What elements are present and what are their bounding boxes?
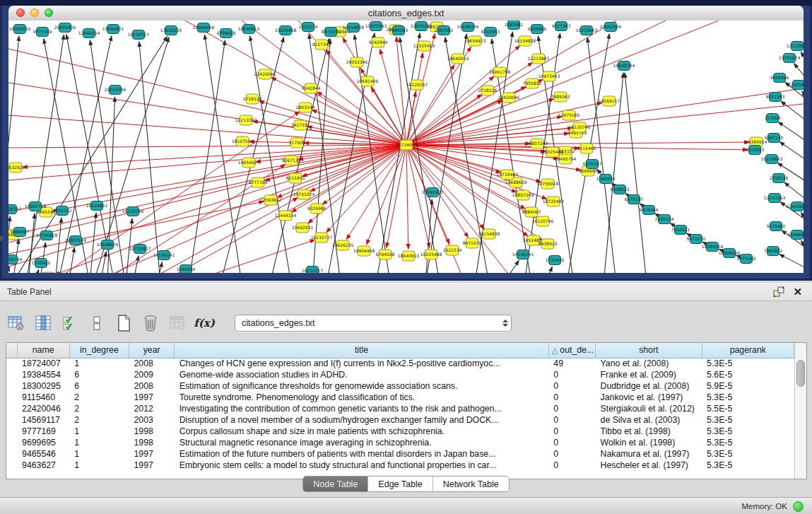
graph-node[interactable]: 9777169 — [249, 177, 268, 187]
graph-node[interactable]: 10025488 — [420, 250, 442, 259]
tab-node-table[interactable]: Node Table — [303, 477, 368, 491]
graph-node[interactable]: 9115460 — [767, 222, 786, 231]
graph-node[interactable]: 14136141 — [153, 251, 175, 260]
graph-node[interactable]: 12213393 — [235, 115, 257, 125]
graph-node[interactable]: 12213987 — [787, 42, 804, 51]
graph-node[interactable]: 8215953 — [746, 146, 765, 155]
table-row[interactable]: 1938455462009Genome-wide association stu… — [6, 369, 794, 380]
column-select-icon[interactable] — [34, 314, 52, 332]
graph-node[interactable]: 2718126 — [243, 94, 262, 104]
graph-node[interactable]: 19654923 — [238, 158, 260, 168]
graph-node[interactable]: 20691406 — [54, 23, 76, 33]
graph-node[interactable]: 13626235 — [160, 26, 182, 35]
graph-node[interactable]: 29053346 — [600, 23, 622, 32]
graph-node[interactable]: 12444154 — [275, 211, 297, 221]
graph-node[interactable]: 14569117 — [599, 96, 620, 106]
graph-node[interactable]: 20691406 — [357, 76, 379, 86]
graph-node[interactable]: 19524851 — [86, 201, 108, 211]
graph-node[interactable]: 29053346 — [346, 57, 368, 67]
column-header-in_degree[interactable]: in_degree — [69, 343, 129, 358]
graph-node[interactable]: 12093832 — [260, 195, 282, 205]
graph-node[interactable]: 7632621 — [671, 226, 690, 235]
table-row[interactable]: 977716911998Corpus callosum shape and si… — [6, 426, 794, 437]
zoom-window-button[interactable] — [45, 8, 53, 17]
table-row[interactable]: 946362711997Embryonic stem cells: a mode… — [6, 460, 794, 471]
graph-node[interactable]: 13626235 — [332, 240, 354, 250]
graph-node[interactable]: 9227343 — [766, 93, 785, 102]
graph-node[interactable]: 19904448 — [193, 23, 215, 33]
graph-node[interactable]: 8215953 — [286, 173, 305, 183]
graph-node[interactable]: 18220357 — [406, 80, 428, 90]
graph-node[interactable]: 1640954 — [177, 265, 196, 274]
scrollbar-thumb[interactable] — [796, 360, 805, 387]
graph-node[interactable]: 2935114 — [655, 215, 674, 224]
graph-node[interactable]: 29053346 — [105, 86, 126, 95]
graph-node[interactable]: 12325419 — [413, 41, 435, 51]
graph-node[interactable]: 15692931 — [102, 25, 124, 34]
new-document-icon[interactable] — [114, 314, 133, 332]
graph-node[interactable]: 12444154 — [78, 29, 100, 38]
graph-node[interactable]: 16648784 — [457, 23, 479, 32]
graph-node[interactable]: 8471670 — [463, 238, 482, 248]
graph-node[interactable]: 6794028 — [376, 250, 395, 259]
graph-node[interactable]: 16210727 — [128, 30, 150, 40]
graph-node[interactable]: 9329966 — [307, 204, 326, 214]
graph-node[interactable]: 2522534 — [299, 23, 318, 32]
column-header-title[interactable]: title — [175, 343, 549, 358]
graph-node[interactable]: 16961758 — [489, 67, 511, 77]
graph-node[interactable]: 16120746 — [532, 216, 554, 226]
graph-node[interactable]: 1733426 — [32, 259, 51, 268]
graph-node[interactable]: 6794028 — [217, 29, 236, 38]
graph-node[interactable]: 10756928 — [36, 231, 58, 240]
graph-node[interactable]: 16120746 — [122, 207, 144, 216]
column-header-year[interactable]: year — [129, 343, 175, 358]
close-window-button[interactable] — [16, 8, 25, 17]
graph-node[interactable]: 12975185 — [411, 22, 433, 31]
graph-node[interactable]: 12213393 — [764, 194, 786, 203]
graph-node[interactable]: 9777169 — [33, 28, 52, 37]
graph-node[interactable]: 22420046 — [254, 69, 276, 79]
graph-node[interactable]: 18640910 — [398, 251, 420, 261]
float-panel-icon[interactable] — [773, 286, 786, 298]
graph-node[interactable]: 10688609 — [97, 240, 119, 250]
column-header-pagerank[interactable]: pagerank — [702, 343, 794, 358]
graph-node[interactable]: 1640954 — [596, 175, 616, 184]
graph-node[interactable]: 18300295 — [9, 25, 31, 34]
graph-node[interactable]: 22420046 — [787, 202, 804, 211]
graph-node[interactable]: 16210727 — [302, 267, 324, 274]
graph-node[interactable]: 10973493 — [365, 22, 387, 31]
graph-node[interactable]: 8938923 — [611, 185, 630, 194]
table-row[interactable]: 1830029562008Estimation of significance … — [6, 380, 794, 392]
column-header-name[interactable]: name — [17, 343, 69, 358]
graph-node[interactable]: 18720407 — [129, 245, 151, 254]
graph-node[interactable]: 9227343 — [312, 40, 331, 49]
graph-node[interactable]: 9474444 — [640, 206, 659, 215]
graph-node[interactable]: 9884067 — [522, 207, 541, 217]
graph-node[interactable]: 19654923 — [464, 36, 486, 46]
network-canvas[interactable]: 1872400722420046271812612213393181075341… — [8, 21, 804, 273]
graph-node[interactable]: 18107534 — [232, 136, 254, 146]
graph-node[interactable]: 19495794 — [555, 154, 577, 164]
graph-node[interactable]: 8215953 — [481, 28, 500, 37]
function-builder-icon[interactable]: f(x) — [195, 314, 213, 332]
graph-node[interactable]: 7485063 — [551, 92, 570, 102]
graph-node[interactable]: 9242844 — [302, 83, 321, 93]
table-select[interactable]: citations_edges.txt — [235, 315, 512, 332]
graph-node[interactable]: 18807249 — [512, 190, 534, 200]
minimize-window-button[interactable] — [30, 8, 39, 17]
table-settings-icon[interactable] — [7, 314, 25, 332]
graph-node[interactable]: 12325419 — [788, 81, 804, 90]
graph-node[interactable]: 14136141 — [512, 250, 534, 259]
graph-node[interactable]: 12975185 — [558, 110, 580, 120]
column-header-short[interactable]: short — [596, 343, 702, 358]
table-row[interactable]: 946554611997Estimation of the future num… — [6, 448, 794, 460]
graph-node[interactable]: 10025488 — [275, 26, 297, 35]
graph-node[interactable]: 317008 — [765, 114, 781, 123]
graph-node[interactable]: 15751074 — [779, 54, 801, 63]
graph-node[interactable]: 2887682 — [505, 21, 524, 30]
tab-network-table[interactable]: Network Table — [433, 477, 509, 491]
network-graph[interactable]: 1872400722420046271812612213393181075341… — [8, 21, 804, 273]
graph-node[interactable]: 16154838 — [514, 36, 536, 46]
graph-node[interactable]: 9227343 — [552, 22, 571, 31]
table-row[interactable]: 911546021997Tourette syndrome. Phenomeno… — [6, 392, 794, 403]
